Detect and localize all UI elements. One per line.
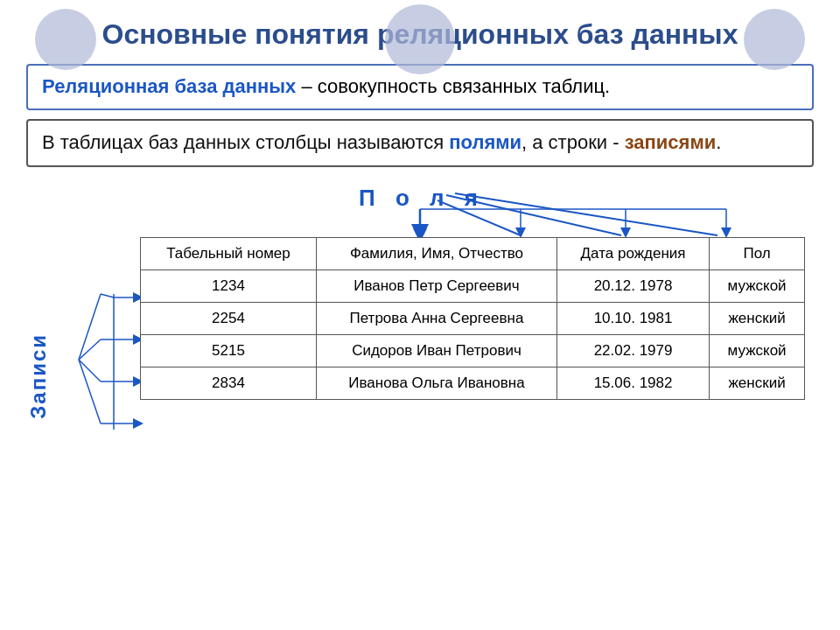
- decorative-circle-right: [744, 9, 805, 70]
- data-table: Табельный номер Фамилия, Имя, Отчество Д…: [140, 237, 805, 400]
- description-suffix: .: [716, 131, 721, 153]
- table-cell: 2254: [141, 302, 317, 334]
- page: Основные понятия реляционных баз данных …: [0, 0, 840, 630]
- table-cell: мужской: [710, 270, 805, 302]
- table-row: 1234Иванов Петр Сергеевич20.12. 1978мужс…: [141, 270, 805, 302]
- svg-line-19: [79, 340, 101, 360]
- svg-line-14: [101, 294, 114, 298]
- decorative-circle-left: [35, 9, 96, 70]
- table-cell: 20.12. 1978: [556, 270, 709, 302]
- table-cell: 10.10. 1981: [556, 302, 709, 334]
- description-record-term: записями: [625, 131, 717, 153]
- table-cell: мужской: [710, 334, 805, 367]
- table-header-row: Табельный номер Фамилия, Имя, Отчество Д…: [141, 237, 805, 270]
- table-cell: Петрова Анна Сергеевна: [316, 302, 556, 334]
- description-prefix: В таблицах баз данных столбцы называются: [42, 131, 449, 153]
- table-cell: 15.06. 1982: [556, 367, 709, 399]
- description-middle: , а строки -: [522, 131, 625, 153]
- table-cell: Сидоров Иван Петрович: [316, 334, 556, 367]
- table-cell: Иванова Ольга Ивановна: [316, 367, 556, 399]
- svg-line-21: [79, 360, 101, 424]
- table-row: 5215Сидоров Иван Петрович22.02. 1979мужс…: [141, 334, 805, 367]
- col-header-gender: Пол: [710, 237, 805, 270]
- description-box: В таблицах баз данных столбцы называются…: [26, 119, 814, 167]
- label-polya: П о л я: [359, 185, 485, 212]
- diagram-area: П о л я: [26, 176, 814, 612]
- table-row: 2834Иванова Ольга Ивановна15.06. 1982жен…: [141, 367, 805, 399]
- col-header-name: Фамилия, Имя, Отчество: [316, 237, 556, 270]
- svg-line-18: [79, 294, 101, 360]
- table-cell: 22.02. 1979: [556, 334, 709, 367]
- table-cell: 1234: [141, 270, 317, 302]
- table-cell: 2834: [141, 367, 317, 399]
- table-cell: женский: [710, 302, 805, 334]
- table-cell: 5215: [141, 334, 317, 367]
- definition-rest: – совокупность связанных таблиц.: [296, 75, 610, 97]
- col-header-dob: Дата рождения: [556, 237, 709, 270]
- table-row: 2254Петрова Анна Сергеевна10.10. 1981жен…: [141, 302, 805, 334]
- decorative-circle-center: [385, 4, 455, 74]
- col-header-number: Табельный номер: [141, 237, 317, 270]
- definition-term: Реляционная база данных: [42, 75, 296, 97]
- label-zapisi: Записи: [26, 333, 51, 419]
- table-wrapper: Табельный номер Фамилия, Имя, Отчество Д…: [140, 237, 805, 400]
- svg-line-3: [455, 193, 718, 235]
- svg-line-20: [79, 360, 101, 382]
- description-field-term: полями: [449, 131, 522, 153]
- table-cell: Иванов Петр Сергеевич: [316, 270, 556, 302]
- table-cell: женский: [710, 367, 805, 399]
